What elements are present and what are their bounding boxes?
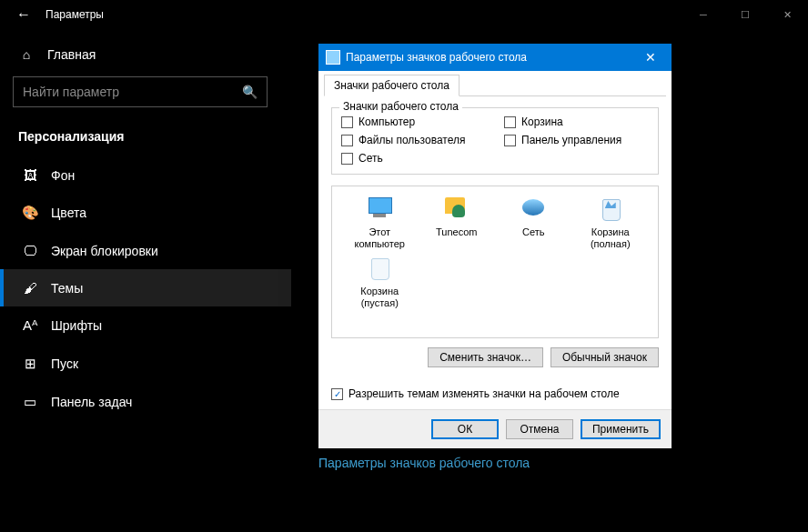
- icon-label2: (полная): [591, 238, 631, 250]
- desktop-icon-settings-dialog: Параметры значков рабочего стола ✕ Значк…: [318, 44, 672, 448]
- dialog-icon: [326, 50, 340, 65]
- back-button[interactable]: ←: [9, 0, 38, 29]
- nav-label: Шрифты: [51, 318, 102, 333]
- desktop-icons-settings-link[interactable]: Параметры значков рабочего стола: [318, 456, 790, 470]
- computer-icon: [364, 196, 395, 223]
- check-control-panel[interactable]: Панель управления: [504, 134, 649, 146]
- icon-label: Сеть: [522, 226, 544, 238]
- dialog-footer: ОК Отмена Применить: [318, 409, 672, 448]
- icon-label2: компьютер: [355, 238, 405, 250]
- dialog-body: Значки рабочего стола Значки рабочего ст…: [318, 71, 672, 409]
- checkbox-icon: [341, 135, 353, 146]
- nav-label: Экран блокировки: [51, 244, 158, 258]
- nav-taskbar[interactable]: ▭ Панель задач: [0, 383, 291, 421]
- tabstrip: Значки рабочего стола: [324, 75, 666, 96]
- default-icon-button[interactable]: Обычный значок: [550, 347, 659, 367]
- icon-label2: (пустая): [361, 297, 399, 309]
- nav-background[interactable]: 🖼 Фон: [0, 156, 291, 194]
- checkbox-icon: [504, 116, 516, 128]
- minimize-button[interactable]: ─: [682, 0, 724, 29]
- icon-label: Этот: [369, 226, 390, 238]
- user-folder-icon: [441, 196, 472, 223]
- dialog-title: Параметры значков рабочего стола: [346, 51, 527, 64]
- nav-label: Цвета: [51, 206, 86, 220]
- close-button[interactable]: ✕: [766, 0, 808, 29]
- icon-label: Корзина: [591, 226, 630, 238]
- check-label: Компьютер: [359, 115, 415, 128]
- section-header: Персонализация: [0, 120, 291, 156]
- icon-preview-list: Этот компьютер Tunecom Сеть Корзина (пол…: [331, 186, 659, 338]
- nav-lockscreen[interactable]: 🖵 Экран блокировки: [0, 232, 291, 269]
- check-label: Сеть: [359, 152, 383, 165]
- fieldset-desktop-icons: Значки рабочего стола Компьютер Корзина …: [331, 107, 659, 175]
- change-icon-button[interactable]: Сменить значок…: [428, 347, 543, 367]
- check-network[interactable]: Сеть: [341, 152, 486, 165]
- nav-label: Темы: [51, 281, 83, 296]
- checkbox-checked-icon: ✓: [331, 388, 343, 400]
- cancel-button[interactable]: Отмена: [506, 419, 573, 439]
- nav-label: Пуск: [51, 356, 78, 371]
- search-placeholder: Найти параметр: [23, 85, 119, 99]
- dialog-titlebar[interactable]: Параметры значков рабочего стола ✕: [318, 44, 672, 71]
- network-icon: [518, 196, 549, 223]
- recycle-bin-full-icon: [595, 196, 626, 223]
- icon-label: Корзина: [360, 286, 399, 297]
- tab-desktop-icons[interactable]: Значки рабочего стола: [324, 75, 460, 96]
- home-label: Главная: [47, 47, 96, 62]
- icon-user-folder[interactable]: Tunecom: [419, 196, 496, 249]
- maximize-button[interactable]: ☐: [724, 0, 766, 29]
- apply-button[interactable]: Применить: [581, 419, 661, 439]
- picture-icon: 🖼: [22, 167, 38, 183]
- allow-themes-label: Разрешить темам изменять значки на рабоч…: [348, 387, 620, 400]
- brush-icon: 🖌: [22, 280, 38, 296]
- nav-label: Панель задач: [51, 395, 132, 409]
- icon-recycle-empty[interactable]: Корзина (пустая): [341, 255, 419, 308]
- nav-fonts[interactable]: Aᴬ Шрифты: [0, 306, 291, 345]
- icon-label: Tunecom: [436, 226, 477, 238]
- icon-network[interactable]: Сеть: [495, 196, 572, 249]
- checkbox-icon: [504, 135, 516, 146]
- ok-button[interactable]: ОК: [431, 419, 499, 439]
- titlebar: ← Параметры ─ ☐ ✕: [0, 0, 808, 29]
- window-title: Параметры: [45, 8, 104, 21]
- allow-themes-checkbox[interactable]: ✓ Разрешить темам изменять значки на раб…: [318, 387, 672, 400]
- fieldset-legend: Значки рабочего стола: [339, 100, 462, 113]
- home-link[interactable]: ⌂ Главная: [0, 38, 291, 71]
- taskbar-icon: ▭: [22, 394, 38, 410]
- palette-icon: 🎨: [22, 205, 38, 221]
- check-label: Панель управления: [521, 134, 621, 146]
- checkbox-icon: [341, 153, 353, 165]
- nav-start[interactable]: ⊞ Пуск: [0, 345, 291, 383]
- check-label: Корзина: [521, 115, 563, 128]
- nav-label: Фон: [51, 168, 75, 183]
- icon-recycle-full[interactable]: Корзина (полная): [572, 196, 650, 249]
- recycle-bin-empty-icon: [364, 255, 395, 282]
- search-icon: 🔍: [242, 85, 258, 99]
- icon-this-pc[interactable]: Этот компьютер: [341, 196, 419, 249]
- checkbox-icon: [341, 116, 353, 128]
- lockscreen-icon: 🖵: [22, 243, 38, 258]
- check-computer[interactable]: Компьютер: [341, 115, 486, 128]
- nav-colors[interactable]: 🎨 Цвета: [0, 194, 291, 232]
- start-icon: ⊞: [22, 356, 38, 372]
- sidebar: ⌂ Главная Найти параметр 🔍 Персонализаци…: [0, 29, 291, 532]
- check-user-files[interactable]: Файлы пользователя: [341, 134, 486, 146]
- check-recycle-bin[interactable]: Корзина: [504, 115, 649, 128]
- check-label: Файлы пользователя: [359, 134, 465, 146]
- window-controls: ─ ☐ ✕: [682, 0, 808, 29]
- dialog-close-button[interactable]: ✕: [637, 50, 664, 65]
- font-icon: Aᴬ: [22, 317, 38, 334]
- nav-themes[interactable]: 🖌 Темы: [0, 269, 291, 306]
- search-input[interactable]: Найти параметр 🔍: [13, 76, 268, 107]
- home-icon: ⌂: [18, 47, 35, 62]
